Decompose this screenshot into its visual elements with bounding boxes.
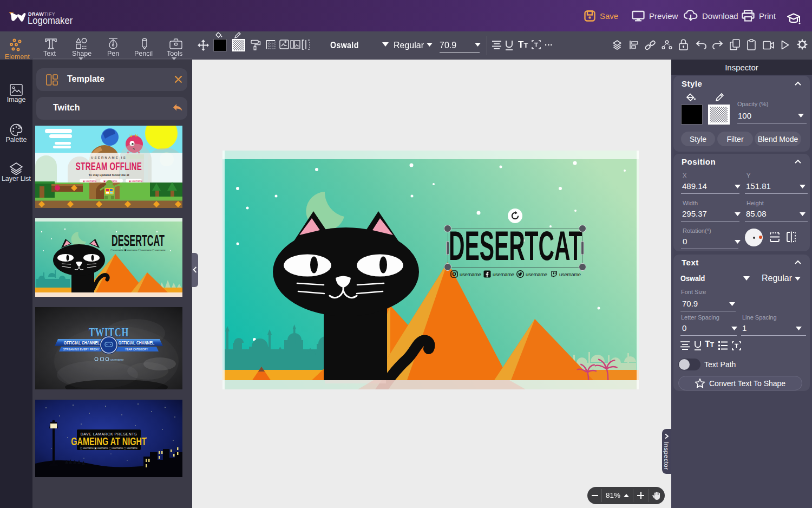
svg-text:STREAMING EVERY FRIDAY: STREAMING EVERY FRIDAY <box>63 348 100 351</box>
svg-text:DESERTCAT: DESERTCAT <box>112 232 165 249</box>
svg-text:YEAR CATEGORY: YEAR CATEGORY <box>125 348 148 351</box>
svg-text:OFFICIAL CHANNEL: OFFICIAL CHANNEL <box>64 340 100 346</box>
svg-text:STREAM OFFLINE: STREAM OFFLINE <box>76 160 142 173</box>
svg-text:USERNAME IS: USERNAME IS <box>91 156 127 159</box>
svg-text:To stay updated follow me at: To stay updated follow me at <box>88 173 129 177</box>
svg-text:GAMEING AT NIGHT: GAMEING AT NIGHT <box>71 435 147 448</box>
svg-text:username: username <box>110 358 123 361</box>
svg-text:OFFICIAL CHANNEL: OFFICIAL CHANNEL <box>119 340 155 346</box>
svg-text:◻ username ▣ username ◯ user: ◻ username ▣ username ◯ username ▢ usern… <box>80 447 138 450</box>
svg-text:◉ username: ◉ username <box>83 180 97 183</box>
svg-text:◻ username ▣ username ◯ user: ◻ username ▣ username ◯ username ▢ usern… <box>110 249 166 251</box>
svg-text:◉ username: ◉ username <box>129 180 143 183</box>
